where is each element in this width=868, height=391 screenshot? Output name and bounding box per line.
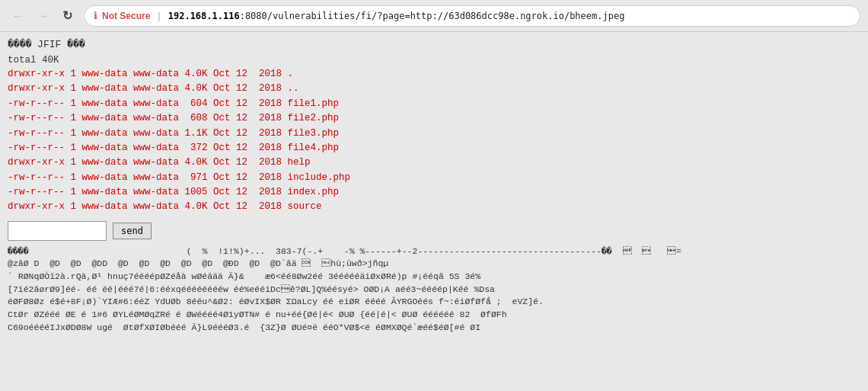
- forward-button[interactable]: →: [32, 5, 53, 27]
- ls-output: drwxr-xr-x 1 www-data www-data 4.0K Oct …: [8, 67, 860, 215]
- ls-entry: drwxr-xr-x 1 www-data www-data 4.0K Oct …: [8, 67, 860, 82]
- url-host: 192.168.1.116: [168, 11, 240, 21]
- address-bar[interactable]: ℹ Not Secure | 192.168.1.116:8080/vulner…: [84, 5, 860, 27]
- ls-entry: -rw-r--r-- 1 www-data www-data 608 Oct 1…: [8, 111, 860, 126]
- url-path: :8080/vulnerabilities/fi/?page=http://63…: [240, 11, 625, 21]
- refresh-button[interactable]: ↻: [56, 5, 78, 27]
- ls-entry: -rw-r--r-- 1 www-data www-data 1.1K Oct …: [8, 127, 860, 141]
- ls-entry: -rw-r--r-- 1 www-data www-data 372 Oct 1…: [8, 141, 860, 155]
- ls-entry: drwxr-xr-x 1 www-data www-data 4.0K Oct …: [8, 82, 860, 96]
- input-row: send: [8, 221, 860, 241]
- bottom-area: send ���� ( % !1!%)+... 383-7(-.+ -% %--…: [8, 221, 860, 335]
- total-line: total 40K: [8, 55, 860, 66]
- ls-entry: -rw-r--r-- 1 www-data www-data 604 Oct 1…: [8, 97, 860, 111]
- send-button[interactable]: send: [113, 223, 152, 239]
- command-input[interactable]: [8, 221, 107, 241]
- page-content: ���� JFIF ��� total 40K drwxr-xr-x 1 www…: [0, 32, 868, 391]
- jfif-line: ���� JFIF ���: [8, 38, 860, 50]
- ls-entry: drwxr-xr-x 1 www-data www-data 4.0K Oct …: [8, 155, 860, 170]
- browser-chrome: ← → ↻ ℹ Not Secure | 192.168.1.116:8080/…: [0, 0, 868, 32]
- security-icon: ℹ: [94, 10, 97, 21]
- separator: |: [158, 10, 160, 21]
- not-secure-label: Not Secure: [102, 11, 150, 21]
- ls-entry: drwxr-xr-x 1 www-data www-data 4.0K Oct …: [8, 200, 860, 214]
- nav-buttons: ← → ↻: [8, 5, 78, 27]
- ls-entry: -rw-r--r-- 1 www-data www-data 971 Oct 1…: [8, 171, 860, 185]
- back-button[interactable]: ←: [8, 5, 29, 27]
- url-text: 192.168.1.116:8080/vulnerabilities/fi/?p…: [168, 11, 625, 21]
- ls-entry: -rw-r--r-- 1 www-data www-data 1005 Oct …: [8, 185, 860, 200]
- binary-output: ���� ( % !1!%)+... 383-7(-.+ -% %------+…: [8, 245, 860, 335]
